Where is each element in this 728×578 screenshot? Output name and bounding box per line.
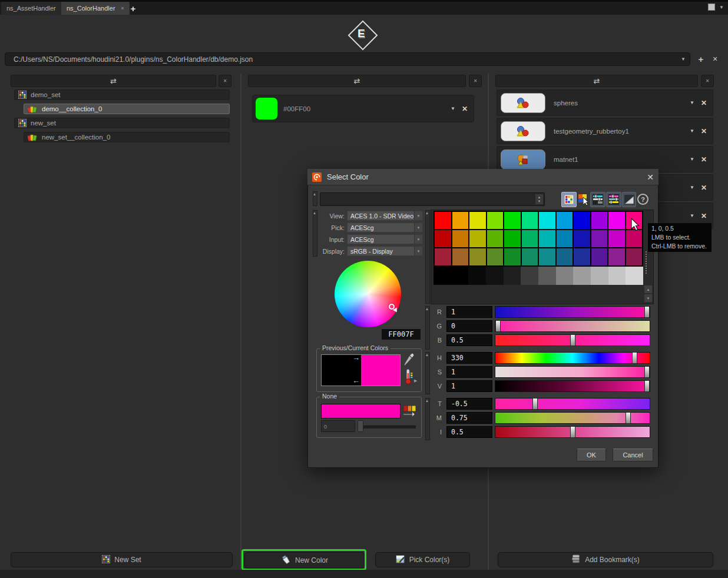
pick-colors-button[interactable]: Pick Color(s) [375,552,470,567]
pane-menu-chevron-icon[interactable]: ▼ [717,4,726,11]
palette-swatch[interactable] [452,248,469,265]
slider-handle[interactable] [644,306,650,318]
copy-left-arrow-icon[interactable]: ← [352,376,360,385]
tree-item-new_set[interactable]: new_set [14,118,230,128]
node-icon-button[interactable] [501,93,545,113]
middle-panel-close-button[interactable]: ✕ [469,75,482,87]
palette-swatch[interactable] [522,212,538,229]
slider-track[interactable] [495,380,650,392]
ramp-view-button[interactable] [622,192,636,207]
palette-swatch-gray[interactable] [626,267,643,285]
slider-handle[interactable] [570,334,575,346]
palette-swatch[interactable] [591,230,608,247]
color-wheel[interactable] [335,261,401,327]
slider-value-field[interactable]: 0.5 [446,334,492,346]
colorspace-dropdown[interactable]: ACEScg ▼ [347,234,423,244]
chevron-down-icon[interactable]: ▼ [690,100,694,105]
tree-item-demo__collection_0[interactable]: demo__collection_0 [24,104,230,114]
spinner-down-icon[interactable]: ▼ [538,200,541,204]
remove-bookmark-icon[interactable]: ✕ [701,212,707,220]
grip-dots[interactable] [646,251,647,274]
palette-swatch[interactable] [469,212,486,229]
chevron-down-icon[interactable]: ▼ [690,128,694,134]
palette-swatch-gray[interactable] [521,267,538,285]
node-icon-button[interactable] [501,150,545,170]
ok-button[interactable]: OK [577,449,606,461]
dialog-title-bar[interactable]: Select Color [307,169,658,185]
slider-handle[interactable] [632,352,637,364]
remove-color-icon[interactable]: ✕ [462,105,468,113]
palette-swatch[interactable] [557,248,573,265]
slider-handle[interactable] [495,320,501,332]
chevron-down-icon[interactable]: ▼ [690,213,694,218]
palette-swatch-gray[interactable] [468,267,486,285]
scroll-down-icon[interactable]: ▼ [644,294,653,303]
palette-swatch[interactable] [574,230,590,247]
slider-value-field[interactable]: -0.5 [446,398,492,410]
new-tab-button[interactable]: + [126,2,140,15]
path-close-button[interactable]: ✕ [710,53,720,65]
add-bookmarks-button[interactable]: Add Bookmark(s) [498,552,713,567]
palette-swatch[interactable] [626,248,643,265]
right-panel-header[interactable]: ⇄ [495,75,698,87]
palette-swatch[interactable] [452,212,469,229]
remove-bookmark-icon[interactable]: ✕ [701,184,707,192]
remove-bookmark-icon[interactable]: ✕ [701,99,707,107]
left-panel-close-button[interactable]: ✕ [219,75,231,87]
ladder-strip[interactable] [425,306,430,350]
left-panel-header[interactable]: ⇄ [11,75,216,87]
chevron-down-icon[interactable]: ▼ [690,185,694,190]
slider-value-field[interactable]: 1 [446,306,492,318]
slider-track[interactable] [495,366,650,378]
tab-close-icon[interactable]: ✕ [121,6,125,11]
color-temperature-icon[interactable] [404,368,413,387]
slider-value-field[interactable]: 0.5 [446,426,492,438]
colorspace-dropdown[interactable]: ACEScg ▼ [347,222,423,232]
db-path-field[interactable]: C:/Users/NS/Documents/houdini21.0/plugin… [5,52,690,66]
palette-swatch[interactable] [522,230,538,247]
palette-swatch[interactable] [504,230,521,247]
palette-swatch[interactable] [487,230,504,247]
slider-handle[interactable] [644,380,650,392]
palette-swatch-gray[interactable] [591,267,608,285]
color-item[interactable]: #00FF00 ▼ ✕ [252,95,474,122]
none-slider-track[interactable] [358,426,416,428]
slider-value-field[interactable]: 0 [446,320,492,332]
none-slider-handle[interactable] [358,420,363,432]
new-color-button[interactable]: New Color [244,552,365,569]
pane-icon[interactable] [708,4,715,11]
color-swatch[interactable] [256,98,277,119]
cancel-button[interactable]: Cancel [613,449,653,461]
palette-swatch-gray[interactable] [434,267,451,285]
colorspace-dropdown[interactable]: ACES 1.0 - SDR Video ▼ [347,211,423,221]
palette-swatch[interactable] [435,212,451,229]
ladder-strip[interactable] [425,210,430,304]
palette-swatch[interactable] [487,212,504,229]
slider-handle[interactable] [644,366,650,378]
tab-ns-colorhandler[interactable]: ns_ColorHandler ✕ [61,2,130,15]
slider-track[interactable] [495,334,650,346]
palette-swatch-gray[interactable] [556,267,574,285]
slider-handle[interactable] [626,412,631,424]
palette-swatch[interactable] [591,248,608,265]
palette-swatch-gray[interactable] [504,267,521,285]
palette-swatch[interactable] [539,248,555,265]
node-icon-button[interactable] [501,121,545,141]
bookmark-item-testgeometry_rubbertoy1[interactable]: testgeometry_rubbertoy1 ▼ ✕ [497,118,713,144]
path-dropdown-chevron-icon[interactable]: ▼ [677,52,689,66]
thermo-expand-icon[interactable]: ▶ [414,378,417,383]
palette-swatch[interactable] [522,248,538,265]
slider-handle[interactable] [532,398,538,410]
ladder-strip[interactable] [425,352,430,394]
colorspace-dropdown[interactable]: sRGB - Display ▼ [347,246,423,256]
copy-right-arrow-icon[interactable]: → [352,353,360,362]
palette-swatch[interactable] [435,248,451,265]
right-panel-close-button[interactable]: ✕ [701,75,714,87]
slider-track[interactable] [495,398,650,410]
remove-bookmark-icon[interactable]: ✕ [701,155,707,164]
palette-swatch-gray[interactable] [486,267,504,285]
palette-swatch[interactable] [557,212,573,229]
tab-ns-assethandler[interactable]: ns_AssetHandler ✕ [1,2,70,15]
palette-swatch[interactable] [608,212,625,229]
palette-swatch-gray[interactable] [538,267,556,285]
